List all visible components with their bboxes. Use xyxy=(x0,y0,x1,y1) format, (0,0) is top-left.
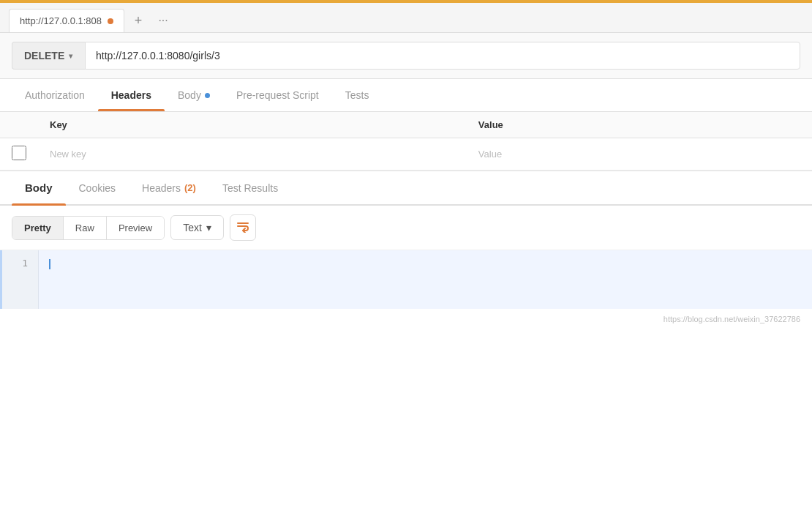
format-bar: Pretty Raw Preview Text ▾ xyxy=(0,206,812,250)
header-checkbox-cell[interactable] xyxy=(0,138,38,171)
body-indicator-dot xyxy=(205,93,210,98)
value-col-header: Value xyxy=(467,112,812,138)
tab-status-dot xyxy=(108,18,113,24)
code-cursor xyxy=(49,259,50,269)
resp-body-label: Body xyxy=(25,181,53,194)
text-format-dropdown[interactable]: Text ▾ xyxy=(170,215,224,240)
text-format-label: Text xyxy=(183,222,202,233)
tab-headers[interactable]: Headers xyxy=(98,79,165,111)
tab-prerequest[interactable]: Pre-request Script xyxy=(223,79,332,111)
tab-headers-label: Headers xyxy=(111,89,151,101)
preview-button[interactable]: Preview xyxy=(107,217,164,239)
tab-authorization-label: Authorization xyxy=(25,89,85,101)
word-wrap-button[interactable] xyxy=(230,214,256,241)
resp-headers-label: Headers xyxy=(142,182,181,194)
resp-headers-badge: (2) xyxy=(184,182,196,193)
resp-tab-cookies[interactable]: Cookies xyxy=(66,172,129,204)
code-content[interactable] xyxy=(39,250,812,309)
header-row-new: New key Value xyxy=(0,138,812,171)
header-key-cell[interactable]: New key xyxy=(38,138,467,171)
resp-tab-headers[interactable]: Headers (2) xyxy=(129,172,209,204)
code-editor[interactable]: 1 xyxy=(0,250,812,309)
line-numbers: 1 xyxy=(2,250,39,309)
request-tabs: Authorization Headers Body Pre-request S… xyxy=(0,79,812,112)
raw-button[interactable]: Raw xyxy=(64,217,107,239)
headers-table: Key Value New key Value xyxy=(0,112,812,171)
tab-body-label: Body xyxy=(178,89,201,101)
resp-testresults-label: Test Results xyxy=(222,182,278,194)
tab-tests-label: Tests xyxy=(345,89,369,101)
tab-tests[interactable]: Tests xyxy=(332,79,383,111)
word-wrap-icon xyxy=(236,220,249,236)
tab-bar: http://127.0.0.1:808 + ··· xyxy=(0,3,812,33)
headers-section: Key Value New key Value xyxy=(0,112,812,171)
url-input[interactable] xyxy=(85,42,800,70)
request-tab[interactable]: http://127.0.0.1:808 xyxy=(9,9,124,32)
method-selector[interactable]: DELETE ▾ xyxy=(12,42,85,70)
resp-tab-body[interactable]: Body xyxy=(12,171,66,204)
add-tab-button[interactable]: + xyxy=(127,10,149,31)
format-group: Pretty Raw Preview xyxy=(12,216,165,240)
method-label: DELETE xyxy=(24,50,64,61)
more-tabs-button[interactable]: ··· xyxy=(152,10,174,31)
response-tabs: Body Cookies Headers (2) Test Results xyxy=(0,171,812,206)
new-key-placeholder: New key xyxy=(50,149,86,160)
tab-prerequest-label: Pre-request Script xyxy=(236,89,319,101)
checkbox-col-header xyxy=(0,112,38,138)
resp-tab-testresults[interactable]: Test Results xyxy=(209,172,291,204)
watermark-text: https://blog.csdn.net/weixin_37622786 xyxy=(663,315,800,323)
header-value-cell[interactable]: Value xyxy=(467,138,812,171)
line-number: 1 xyxy=(12,258,28,269)
tab-body[interactable]: Body xyxy=(165,79,223,111)
request-bar: DELETE ▾ xyxy=(0,33,812,79)
method-chevron-icon: ▾ xyxy=(69,52,72,60)
key-col-header: Key xyxy=(38,112,467,138)
header-checkbox[interactable] xyxy=(12,146,26,160)
pretty-button[interactable]: Pretty xyxy=(12,217,64,239)
value-placeholder: Value xyxy=(478,149,502,160)
tab-label: http://127.0.0.1:808 xyxy=(20,15,102,26)
resp-cookies-label: Cookies xyxy=(79,182,116,194)
tab-authorization[interactable]: Authorization xyxy=(12,79,98,111)
watermark: https://blog.csdn.net/weixin_37622786 xyxy=(0,309,812,329)
text-format-chevron-icon: ▾ xyxy=(206,222,211,233)
